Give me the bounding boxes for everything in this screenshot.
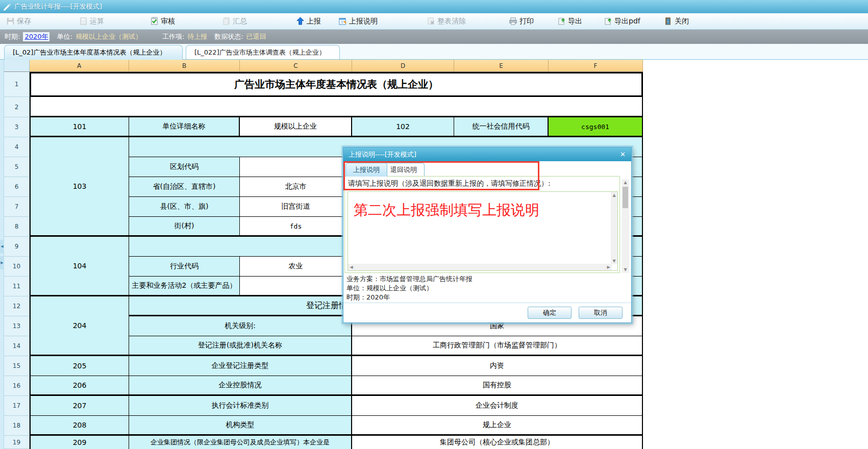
dialog-close-icon[interactable]: ✕ bbox=[618, 150, 627, 159]
cell-code-103[interactable]: 103 bbox=[30, 137, 129, 237]
cell-label-province[interactable]: 省(自治区、直辖市) bbox=[129, 177, 240, 197]
ok-button[interactable]: 确定 bbox=[528, 307, 572, 319]
row-header-5[interactable]: 5 bbox=[4, 157, 30, 177]
cell-value-province[interactable]: 北京市 bbox=[240, 177, 352, 197]
cell-label-registration-authority[interactable]: 登记注册(或批准)机关名称 bbox=[129, 336, 352, 356]
cell-label-institution-type[interactable]: 机构类型 bbox=[129, 416, 352, 436]
cell-code-206[interactable]: 206 bbox=[30, 376, 129, 396]
left-panel-splitter[interactable]: ◀ ▶ bbox=[0, 60, 4, 449]
col-header-E[interactable]: E bbox=[454, 60, 549, 72]
period-link[interactable]: 2020年 bbox=[23, 32, 49, 41]
col-header-A[interactable]: A bbox=[30, 60, 129, 72]
scroll-down-icon[interactable]: ▼ bbox=[622, 266, 629, 273]
cell-label-accounting-standard[interactable]: 执行会计标准类别 bbox=[129, 396, 352, 416]
cell-label-credit-code[interactable]: 统一社会信用代码 bbox=[454, 117, 549, 137]
dialog-tab-submit-note[interactable]: 上报说明 bbox=[345, 163, 387, 177]
row-header-9[interactable]: 9 bbox=[4, 237, 30, 257]
cell-label-industry-code[interactable]: 行业代码 bbox=[129, 257, 240, 277]
row-header-7[interactable]: 7 bbox=[4, 197, 30, 217]
tab-basic-situation-form[interactable]: [L_02]广告业市场主体年度基本情况表（规上企业） bbox=[4, 45, 183, 60]
export-button[interactable]: 导出 bbox=[556, 13, 584, 29]
cell-value-registration-type[interactable]: 内资 bbox=[352, 356, 643, 376]
textarea-vertical-scrollbar[interactable]: ▲ ▼ bbox=[611, 192, 617, 264]
cell-code-205[interactable]: 205 bbox=[30, 356, 129, 376]
cell-value-county[interactable]: 旧宫街道 bbox=[240, 197, 352, 217]
expand-right-arrow[interactable]: ▶ bbox=[0, 256, 4, 269]
cell-code-102[interactable]: 102 bbox=[352, 117, 454, 137]
cell-label-county[interactable]: 县(区、市、旗) bbox=[129, 197, 240, 217]
cell-label-street[interactable]: 街(村) bbox=[129, 217, 240, 237]
cell-value-institution-type[interactable]: 规上企业 bbox=[352, 416, 643, 436]
cell-value-unit-name[interactable]: 规模以上企业 bbox=[240, 117, 352, 137]
dialog-tab-return-note[interactable]: 退回说明 bbox=[383, 163, 425, 176]
scroll-right-icon[interactable]: ▶ bbox=[605, 264, 612, 270]
cell-label-main-activity[interactable]: 主要和业务活动2（或主要产品） bbox=[129, 277, 240, 296]
cell-value-registration-authority[interactable]: 工商行政管理部门（市场监督管理部门） bbox=[352, 336, 643, 356]
row-header-4[interactable]: 4 bbox=[4, 137, 30, 157]
cell-code-204[interactable]: 204 bbox=[30, 296, 129, 356]
cell-code-207[interactable]: 207 bbox=[30, 396, 129, 416]
row-header-1[interactable]: 1 bbox=[4, 72, 30, 97]
table-cell[interactable] bbox=[30, 97, 643, 117]
cell-value-main-activity[interactable] bbox=[240, 277, 352, 296]
summarize-button[interactable]: 汇总 bbox=[220, 13, 249, 29]
cell-label-registration-type[interactable]: 企业登记注册类型 bbox=[129, 356, 352, 376]
form-title-cell[interactable]: 广告业市场主体年度基本情况表（规上企业） bbox=[30, 72, 643, 97]
row-header-2[interactable]: 2 bbox=[4, 97, 30, 117]
cell-value-holding-status[interactable]: 国有控股 bbox=[352, 376, 643, 396]
cell-label-authority-level[interactable]: 机关级别: bbox=[129, 316, 352, 336]
dialog-titlebar[interactable]: 上报说明----[开发模式] bbox=[343, 147, 631, 161]
clear-table-button[interactable]: 整表清除 bbox=[425, 13, 467, 29]
textarea-horizontal-scrollbar[interactable]: ◀ ▶ bbox=[348, 264, 612, 270]
export-pdf-button[interactable]: 导出pdf bbox=[602, 13, 642, 29]
collapse-left-arrow[interactable]: ◀ bbox=[0, 240, 4, 253]
cell-value-group-status[interactable]: 集团母公司（核心企业或集团总部） bbox=[352, 436, 643, 449]
row-header-6[interactable]: 6 bbox=[4, 177, 30, 197]
row-header-3[interactable]: 3 bbox=[4, 117, 30, 137]
cell-code-209[interactable]: 209 bbox=[30, 436, 129, 449]
cell-code-104[interactable]: 104 bbox=[30, 237, 129, 296]
cell-value-accounting-standard[interactable]: 企业会计制度 bbox=[352, 396, 643, 416]
col-header-D[interactable]: D bbox=[352, 60, 454, 72]
row-header-8[interactable]: 8 bbox=[4, 217, 30, 237]
cell-value-street[interactable]: fds bbox=[240, 217, 352, 237]
row-header-13[interactable]: 13 bbox=[4, 316, 30, 336]
close-button[interactable]: 关闭 bbox=[662, 13, 690, 29]
select-all-corner[interactable] bbox=[4, 60, 30, 72]
row-header-16[interactable]: 16 bbox=[4, 376, 30, 396]
print-button[interactable]: 打印 bbox=[507, 13, 535, 29]
row-header-12[interactable]: 12 bbox=[4, 296, 30, 316]
col-header-F[interactable]: F bbox=[549, 60, 643, 72]
row-header-15[interactable]: 15 bbox=[4, 356, 30, 376]
cell-label-holding-status[interactable]: 企业控股情况 bbox=[129, 376, 352, 396]
col-header-C[interactable]: C bbox=[240, 60, 352, 72]
scroll-left-icon[interactable]: ◀ bbox=[348, 264, 355, 270]
scrollbar-thumb[interactable] bbox=[623, 187, 628, 208]
save-button[interactable]: 保存 bbox=[5, 13, 33, 29]
scroll-up-icon[interactable]: ▲ bbox=[622, 179, 629, 186]
cancel-button[interactable]: 取消 bbox=[579, 307, 623, 319]
submit-button[interactable]: 上报 bbox=[294, 13, 323, 29]
row-header-18[interactable]: 18 bbox=[4, 416, 30, 436]
cell-code-208[interactable]: 208 bbox=[30, 416, 129, 436]
cell-value-region-code[interactable] bbox=[240, 157, 352, 177]
row-header-19[interactable]: 19 bbox=[4, 436, 30, 449]
audit-button[interactable]: 审核 bbox=[148, 13, 177, 29]
scroll-up-icon[interactable]: ▲ bbox=[611, 192, 617, 198]
row-header-14[interactable]: 14 bbox=[4, 336, 30, 356]
row-header-10[interactable]: 10 bbox=[4, 257, 30, 277]
cell-label-region-code[interactable]: 区划代码 bbox=[129, 157, 240, 177]
cell-label-unit-name[interactable]: 单位详细名称 bbox=[129, 117, 240, 137]
cell-label-group-status[interactable]: 企业集团情况（限企业集团母公司及成员企业填写）本企业是 bbox=[129, 436, 352, 449]
submit-note-button[interactable]: 上报说明 bbox=[337, 13, 379, 29]
row-header-17[interactable]: 17 bbox=[4, 396, 30, 416]
cell-code-101[interactable]: 101 bbox=[30, 117, 129, 137]
row-header-11[interactable]: 11 bbox=[4, 277, 30, 296]
period-label: 时期: bbox=[5, 32, 20, 41]
cell-value-credit-code[interactable]: csgs001 bbox=[549, 117, 643, 137]
calculate-button[interactable]: 运算 bbox=[78, 13, 106, 29]
tab-survey-form[interactable]: [L_022]广告业市场主体调查表（规上企业） bbox=[186, 45, 340, 59]
dialog-panel-scrollbar[interactable]: ▲ ▼ bbox=[622, 179, 629, 273]
cell-value-industry-code[interactable]: 农业 bbox=[240, 257, 352, 277]
col-header-B[interactable]: B bbox=[129, 60, 240, 72]
